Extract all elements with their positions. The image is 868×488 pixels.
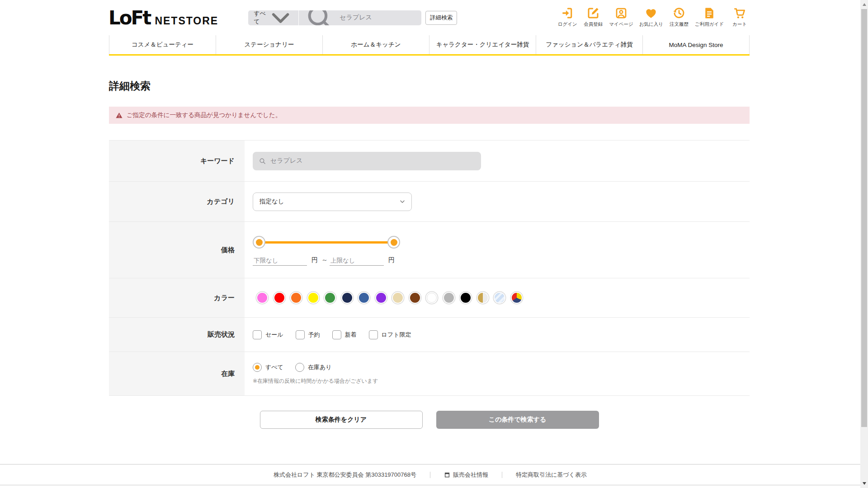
category-row: カテゴリ 指定なし: [109, 182, 750, 222]
nav-item-stationery[interactable]: ステーショナリー: [216, 35, 322, 54]
checkbox-loft-limited[interactable]: ロフト限定: [369, 330, 411, 339]
footer-divider: [430, 472, 430, 478]
nav-item-home-kitchen[interactable]: ホーム＆キッチン: [322, 35, 429, 54]
checkbox-new-arrival[interactable]: 新着: [332, 330, 357, 339]
slider-handle-min[interactable]: [253, 236, 265, 249]
clear-conditions-button[interactable]: 検索条件をクリア: [260, 411, 423, 429]
category-select[interactable]: 指定なし: [253, 192, 412, 211]
favorites-link[interactable]: お気に入り: [639, 6, 663, 28]
color-swatch-green[interactable]: [325, 293, 335, 303]
color-swatch-gray[interactable]: [444, 293, 454, 303]
checkbox-icon: [296, 330, 305, 339]
color-swatch-pink[interactable]: [257, 293, 267, 303]
sales-status-options: セール 予約 新着 ロフト限定: [253, 330, 411, 339]
checkbox-sale-label: セール: [265, 331, 283, 339]
register-link[interactable]: 会員登録: [583, 6, 603, 28]
warning-icon: [115, 112, 123, 119]
stock-label: 在庫: [109, 352, 245, 395]
search-icon: [303, 10, 336, 25]
nav-item-moma[interactable]: MoMA Design Store: [642, 35, 750, 54]
scrollbar-up-arrow[interactable]: [863, 3, 866, 6]
stock-note: ※在庫情報の反映に時間がかかる場合がございます: [253, 377, 378, 385]
color-label: カラー: [109, 278, 245, 317]
radio-all[interactable]: すべて: [253, 363, 283, 372]
color-swatch-red[interactable]: [274, 293, 284, 303]
color-swatch-black[interactable]: [461, 293, 471, 303]
checkbox-reservation[interactable]: 予約: [296, 330, 320, 339]
nav-item-cosmetics[interactable]: コスメ＆ビューティー: [109, 35, 216, 54]
search-form: キーワード カテゴリ 指定なし 価格: [109, 140, 750, 396]
page-title: 詳細検索: [109, 79, 750, 93]
keyword-input[interactable]: [270, 157, 481, 164]
scrollbar-down-arrow[interactable]: [863, 482, 866, 485]
mypage-label: マイページ: [609, 21, 633, 28]
loft-logo[interactable]: LoFt NETSTORE: [108, 7, 218, 29]
color-swatch-purple[interactable]: [376, 293, 386, 303]
nav-item-fashion-variety[interactable]: ファッション＆バラエティ雑貨: [536, 35, 642, 54]
price-tilde: ～: [321, 256, 328, 264]
color-swatch-yellow[interactable]: [308, 293, 318, 303]
keyword-row: キーワード: [109, 141, 750, 182]
slider-track: [259, 241, 394, 244]
color-swatch-orange[interactable]: [291, 293, 301, 303]
mypage-icon: [614, 6, 628, 20]
heart-icon: [644, 6, 658, 20]
form-actions: 検索条件をクリア この条件で検索する: [109, 411, 750, 429]
history-icon: [672, 6, 686, 20]
color-swatch-beige[interactable]: [393, 293, 403, 303]
keyword-label: キーワード: [109, 141, 245, 181]
checkbox-icon: [332, 330, 341, 339]
color-swatch-gold-silver[interactable]: [478, 293, 488, 303]
footer: 株式会社ロフト 東京都公安委員会 第303319700768号 販売会社情報 特…: [0, 464, 860, 485]
advanced-search-button[interactable]: 詳細検索: [425, 11, 457, 25]
guide-link[interactable]: ご利用ガイド: [695, 6, 724, 28]
radio-in-stock[interactable]: 在庫あり: [295, 363, 332, 372]
price-min-input[interactable]: [253, 256, 307, 266]
nav-item-character-goods[interactable]: キャラクター・クリエイター雑貨: [429, 35, 536, 54]
order-history-label: 注文履歴: [670, 21, 689, 28]
search-submit-button[interactable]: この条件で検索する: [436, 411, 599, 429]
scrollbar[interactable]: [860, 0, 868, 488]
color-swatch-row: [253, 291, 522, 305]
header-utility-links: ログイン 会員登録 マイページ お気に入り 注文履歴 ご利用ガイド カート: [557, 6, 750, 28]
checkbox-sale[interactable]: セール: [253, 330, 283, 339]
guide-icon: [703, 6, 716, 20]
order-history-link[interactable]: 注文履歴: [669, 6, 689, 28]
legal-link[interactable]: 特定商取引法に基づく表示: [516, 471, 587, 479]
slider-handle-max[interactable]: [387, 236, 400, 249]
login-link[interactable]: ログイン: [557, 6, 577, 28]
price-max-unit: 円: [388, 256, 395, 264]
price-label: 価格: [109, 222, 245, 278]
error-message: ご指定の条件に一致する商品が見つかりませんでした。: [127, 111, 281, 119]
color-swatch-multicolor[interactable]: [512, 293, 522, 303]
color-swatch-white[interactable]: [427, 293, 437, 303]
stock-options: すべて 在庫あり: [253, 363, 332, 372]
search-input-area: [299, 10, 421, 25]
search-category-value: すべて: [254, 10, 266, 25]
search-box: すべて: [248, 10, 421, 25]
color-row: カラー: [109, 278, 750, 318]
search-category-select[interactable]: すべて: [248, 10, 299, 25]
scrollbar-thumb[interactable]: [861, 9, 867, 427]
chevron-down-icon: [266, 10, 295, 25]
mypage-link[interactable]: マイページ: [609, 6, 633, 28]
footer-company-text: 株式会社ロフト 東京都公安委員会 第303319700768号: [274, 471, 416, 479]
favorites-label: お気に入り: [639, 21, 663, 28]
header-search-input[interactable]: [340, 14, 421, 21]
color-swatch-navy[interactable]: [342, 293, 352, 303]
color-swatch-brown[interactable]: [410, 293, 420, 303]
price-max-input[interactable]: [330, 256, 384, 266]
header-search: すべて 詳細検索: [248, 10, 457, 25]
main-nav: コスメ＆ビューティー ステーショナリー ホーム＆キッチン キャラクター・クリエイ…: [109, 35, 750, 56]
price-inputs: 円 ～ 円: [253, 256, 398, 266]
error-banner: ご指定の条件に一致する商品が見つかりませんでした。: [109, 107, 750, 124]
seller-info-link[interactable]: 販売会社情報: [444, 471, 488, 479]
sales-status-label: 販売状況: [109, 318, 245, 352]
radio-all-label: すべて: [265, 363, 283, 371]
legal-label: 特定商取引法に基づく表示: [516, 471, 587, 479]
cart-link[interactable]: カート: [730, 6, 750, 28]
color-swatch-clear[interactable]: [495, 293, 505, 303]
chevron-down-icon: [399, 198, 406, 205]
login-label: ログイン: [558, 21, 577, 28]
color-swatch-blue[interactable]: [359, 293, 369, 303]
